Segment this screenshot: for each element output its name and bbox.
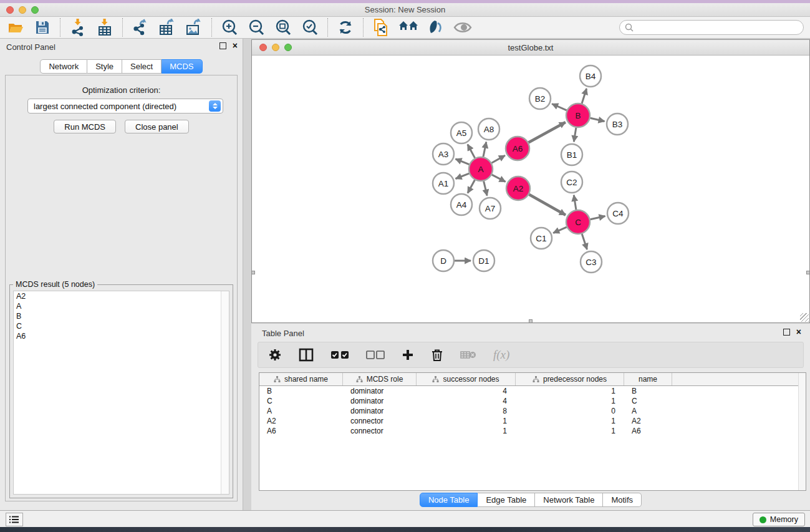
graph-edge-B-B3[interactable] [591,118,605,121]
graph-node-B1[interactable]: B1 [561,144,582,165]
graph-node-A3[interactable]: A3 [433,143,454,165]
column-header-successor-nodes[interactable]: successor nodes [417,373,516,385]
table-row[interactable]: Cdominator41C [259,396,806,406]
graph-edge-A-A2[interactable] [492,175,506,181]
resize-handle-right[interactable] [806,271,810,274]
graph-edge-C-C4[interactable] [591,216,605,219]
graph-node-C2[interactable]: C2 [561,172,582,193]
graph-node-A1[interactable]: A1 [433,173,454,194]
resize-handle-bottom[interactable] [529,319,533,323]
search-input[interactable] [619,20,804,35]
graph-node-B4[interactable]: B4 [580,65,601,87]
graph-node-A5[interactable]: A5 [451,122,472,143]
graph-edge-A-A7[interactable] [484,181,488,195]
export-table-icon[interactable] [158,18,176,37]
graph-edge-B-B2[interactable] [552,104,567,110]
graph-node-A6[interactable]: A6 [506,137,529,160]
mcds-result-list[interactable]: A2ABCA6 [13,291,229,495]
zoom-out-icon[interactable] [247,18,266,37]
task-history-button[interactable] [6,513,23,526]
graph-node-D[interactable]: D [433,250,454,271]
mcds-result-item[interactable]: C [14,321,229,331]
tab-node-table[interactable]: Node Table [420,493,478,507]
graph-node-A7[interactable]: A7 [480,198,501,219]
graph-edge-A2-C[interactable] [529,195,566,215]
graph-edge-C-C3[interactable] [582,234,587,249]
table-row[interactable]: Adominator80A [259,406,806,416]
select-all-check-icon[interactable] [330,351,349,359]
table-row[interactable]: A2connector11A2 [259,416,806,426]
graph-edge-A-A3[interactable] [455,159,469,165]
graph-edge-A-A5[interactable] [468,145,475,158]
window-titlebar[interactable]: Session: New Session [0,3,810,17]
table-scrollbar[interactable] [798,373,806,490]
memory-button[interactable]: Memory [753,513,805,526]
open-session-icon[interactable] [6,18,25,37]
save-session-icon[interactable] [33,18,52,37]
import-network-icon[interactable] [69,18,87,37]
settings-gear-icon[interactable] [268,348,282,362]
graph-edge-C-C1[interactable] [553,227,566,233]
zoom-fit-icon[interactable] [274,18,292,37]
tab-style[interactable]: Style [87,59,122,74]
column-layout-icon[interactable] [299,348,314,362]
run-mcds-button[interactable]: Run MCDS [54,120,116,133]
mcds-result-item[interactable]: A [14,301,229,311]
tab-edge-table[interactable]: Edge Table [478,493,535,507]
graph-node-B3[interactable]: B3 [607,114,628,135]
import-table-icon[interactable] [95,18,114,37]
graph-edge-A-A6[interactable] [491,155,504,163]
graph-edge-C-C2[interactable] [574,195,576,210]
resize-handle-left[interactable] [251,271,255,274]
close-panel-icon[interactable]: × [233,42,238,49]
graph-node-D1[interactable]: D1 [473,250,494,271]
graph-edge-B-B4[interactable] [582,89,587,104]
refresh-icon[interactable] [336,18,355,37]
graph-edge-A-A1[interactable] [456,173,470,178]
column-header-shared-name[interactable]: shared name [259,373,343,385]
network-canvas[interactable]: B4B2BB3A5A8A6A3B1AA1A2C2A4A7CC4C1C3DD1 [252,56,809,322]
mcds-result-item[interactable]: B [14,311,229,321]
graph-node-B[interactable]: B [566,104,590,127]
tab-mcds[interactable]: MCDS [162,59,202,74]
criterion-select[interactable]: largest connected component (directed) [27,99,223,114]
show-hide-icon[interactable] [453,18,472,37]
network-window-titlebar[interactable]: testGlobe.txt [252,40,809,56]
mcds-result-item[interactable]: A2 [14,291,229,301]
export-image-icon[interactable] [185,18,203,37]
graph-node-C3[interactable]: C3 [581,251,602,273]
graph-node-C[interactable]: C [566,210,590,234]
graph-node-C1[interactable]: C1 [531,228,552,249]
zoom-selected-icon[interactable] [301,18,319,37]
delete-column-icon[interactable] [431,348,443,362]
resize-grip-icon[interactable] [800,313,809,322]
tab-network-table[interactable]: Network Table [535,493,603,507]
graph-node-C4[interactable]: C4 [607,203,629,224]
column-header-name[interactable]: name [624,373,672,385]
graph-edge-A-A8[interactable] [483,142,486,157]
tab-network[interactable]: Network [40,59,87,74]
copy-style-icon[interactable] [372,18,390,37]
tab-motifs[interactable]: Motifs [603,493,642,507]
delete-table-icon[interactable] [460,350,476,360]
home-view-icon[interactable] [398,18,418,37]
mcds-result-item[interactable]: A6 [14,331,229,341]
graph-edge-A6-B[interactable] [529,122,566,142]
graph-node-A[interactable]: A [469,157,493,181]
export-network-icon[interactable] [131,18,150,37]
tab-select[interactable]: Select [122,59,162,74]
graph-edge-A-A4[interactable] [468,180,475,193]
graph-node-A4[interactable]: A4 [451,194,472,215]
table-row[interactable]: Bdominator41B [259,386,806,396]
function-builder-icon[interactable]: f(x) [493,348,509,362]
float-panel-icon[interactable] [219,42,226,49]
float-table-panel-icon[interactable] [783,329,790,336]
zoom-in-icon[interactable] [220,18,239,37]
add-column-icon[interactable] [402,349,414,361]
close-table-panel-icon[interactable]: × [796,329,801,336]
graph-node-A2[interactable]: A2 [506,177,530,200]
graphics-details-icon[interactable] [427,18,445,37]
table-row[interactable]: A6connector11A6 [259,426,806,436]
result-list-scrollbar[interactable] [221,291,229,494]
graph-node-A8[interactable]: A8 [478,118,499,140]
